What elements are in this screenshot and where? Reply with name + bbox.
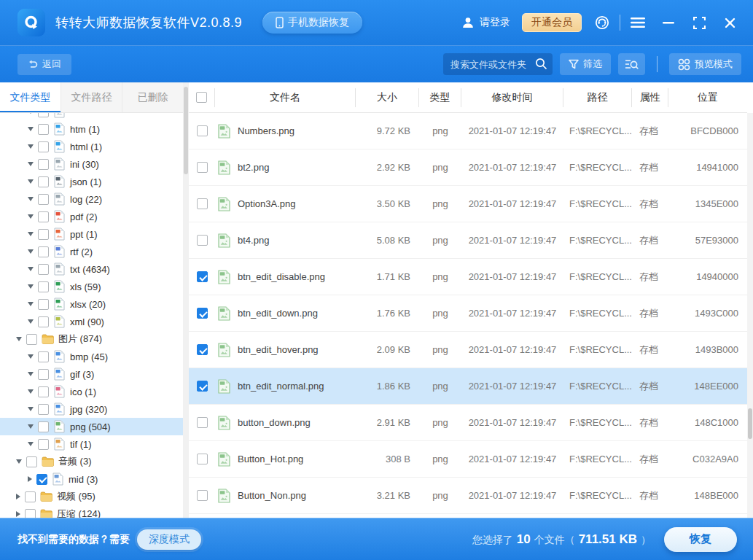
- table-row[interactable]: Numbers.png9.72 KBpng2021-01-07 12:19:47…: [189, 113, 747, 149]
- table-scrollbar-thumb[interactable]: [748, 408, 752, 439]
- tree-checkbox[interactable]: [38, 159, 49, 170]
- tree-item-音频[interactable]: 音频 (3): [0, 453, 183, 470]
- tree-item-jpg[interactable]: jpg (320): [0, 400, 183, 418]
- collapse-arrow-icon[interactable]: [28, 354, 34, 359]
- tree-item-png[interactable]: png (504): [0, 418, 183, 435]
- tree-checkbox[interactable]: [38, 421, 49, 432]
- table-row[interactable]: bt4.png5.08 KBpng2021-01-07 12:19:47F:\$…: [189, 222, 747, 259]
- tree-item-json[interactable]: json (1): [0, 173, 183, 190]
- select-all-checkbox[interactable]: [196, 92, 207, 103]
- collapse-arrow-icon[interactable]: [28, 284, 34, 289]
- tree-checkbox[interactable]: [38, 316, 49, 327]
- collapse-arrow-icon[interactable]: [28, 442, 34, 446]
- table-row[interactable]: Option3A.png3.50 KBpng2021-01-07 12:19:4…: [189, 186, 747, 222]
- tree-checkbox[interactable]: [25, 491, 36, 502]
- tree-item-bmp[interactable]: bmp (45): [0, 348, 183, 365]
- tree-checkbox[interactable]: [26, 334, 37, 345]
- collapse-arrow-icon[interactable]: [28, 389, 34, 394]
- tree-item-xlsx[interactable]: xlsx (20): [0, 295, 183, 313]
- tree-checkbox[interactable]: [38, 351, 49, 362]
- tree-item-htm[interactable]: htm (1): [0, 120, 183, 138]
- tree-item-pdf[interactable]: pdf (2): [0, 208, 183, 225]
- table-row[interactable]: btn_edit_down.png1.76 KBpng2021-01-07 12…: [189, 295, 747, 332]
- maximize-icon[interactable]: [689, 12, 709, 33]
- tree-checkbox[interactable]: [38, 369, 49, 380]
- row-checkbox[interactable]: [197, 125, 208, 136]
- advanced-search-button[interactable]: [618, 53, 645, 75]
- collapse-arrow-icon[interactable]: [28, 232, 34, 236]
- tree-checkbox[interactable]: [26, 456, 37, 467]
- collapse-arrow-icon[interactable]: [16, 459, 22, 464]
- tree-item-txt[interactable]: txt (4634): [0, 260, 183, 278]
- row-checkbox[interactable]: [197, 198, 208, 209]
- tree-item-rtf[interactable]: rtf (2): [0, 243, 183, 260]
- column-header-attr[interactable]: 属性: [632, 88, 668, 107]
- phone-recovery-button[interactable]: 手机数据恢复: [262, 12, 362, 34]
- tree-item-压缩[interactable]: 压缩 (124): [0, 505, 183, 518]
- sidebar-scrollbar-thumb[interactable]: [184, 87, 188, 174]
- row-checkbox[interactable]: [197, 381, 208, 392]
- tree-checkbox[interactable]: [38, 194, 49, 205]
- tree-item-partial[interactable]: [0, 113, 183, 120]
- tree-item-ppt[interactable]: ppt (1): [0, 225, 183, 243]
- expand-arrow-icon[interactable]: [16, 511, 20, 517]
- row-checkbox[interactable]: [197, 454, 208, 464]
- collapse-arrow-icon[interactable]: [28, 214, 34, 219]
- collapse-arrow-icon[interactable]: [28, 113, 34, 114]
- tab-deleted[interactable]: 已删除: [122, 82, 183, 112]
- search-icon[interactable]: [535, 58, 547, 73]
- preview-mode-button[interactable]: 预览模式: [669, 53, 741, 75]
- table-row[interactable]: btn_edit_disable.png1.71 KBpng2021-01-07…: [189, 259, 747, 295]
- tree-item-ico[interactable]: ico (1): [0, 383, 183, 400]
- tree-checkbox[interactable]: [38, 246, 49, 257]
- collapse-arrow-icon[interactable]: [28, 179, 34, 184]
- expand-arrow-icon[interactable]: [28, 476, 32, 482]
- collapse-arrow-icon[interactable]: [28, 249, 34, 254]
- tree-checkbox[interactable]: [25, 509, 36, 518]
- tree-checkbox[interactable]: [38, 281, 49, 292]
- tree-checkbox[interactable]: [36, 474, 47, 485]
- row-checkbox[interactable]: [197, 344, 208, 355]
- tree-item-xls[interactable]: xls (59): [0, 278, 183, 295]
- table-row[interactable]: btn_edit_hover.png2.09 KBpng2021-01-07 1…: [189, 332, 747, 368]
- collapse-arrow-icon[interactable]: [28, 127, 34, 131]
- collapse-arrow-icon[interactable]: [28, 424, 34, 429]
- close-icon[interactable]: [719, 12, 740, 33]
- table-row[interactable]: button_down.png2.91 KBpng2021-01-07 12:1…: [189, 405, 747, 441]
- collapse-arrow-icon[interactable]: [28, 302, 34, 306]
- tree-checkbox[interactable]: [38, 124, 49, 135]
- tab-file-path[interactable]: 文件路径: [61, 82, 122, 112]
- row-checkbox[interactable]: [197, 308, 208, 319]
- tree-item-图片[interactable]: 图片 (874): [0, 330, 183, 348]
- tree-item-log[interactable]: log (22): [0, 190, 183, 208]
- expand-arrow-icon[interactable]: [16, 494, 20, 499]
- tree-checkbox[interactable]: [38, 264, 49, 275]
- customer-service-icon[interactable]: [592, 12, 612, 33]
- table-row[interactable]: Button_Non.png3.21 KBpng2021-01-07 12:19…: [189, 478, 747, 514]
- collapse-arrow-icon[interactable]: [28, 319, 34, 324]
- tree-checkbox[interactable]: [38, 439, 49, 450]
- back-button[interactable]: 返回: [17, 54, 71, 75]
- table-row[interactable]: btn_edit_normal.png1.86 KBpng2021-01-07 …: [189, 368, 747, 405]
- minimize-icon[interactable]: [658, 12, 679, 33]
- row-checkbox[interactable]: [197, 490, 208, 501]
- column-header-size[interactable]: 大小: [356, 88, 419, 107]
- menu-icon[interactable]: [628, 12, 648, 33]
- row-checkbox[interactable]: [197, 162, 208, 173]
- collapse-arrow-icon[interactable]: [28, 197, 34, 201]
- tree-checkbox[interactable]: [38, 386, 49, 397]
- tree-item-html[interactable]: html (1): [0, 138, 183, 155]
- row-checkbox[interactable]: [197, 271, 208, 282]
- tree-item-ini[interactable]: ini (30): [0, 155, 183, 173]
- tree-checkbox[interactable]: [38, 176, 49, 187]
- column-header-pos[interactable]: 位置: [668, 88, 747, 107]
- deep-mode-button[interactable]: 深度模式: [137, 529, 201, 550]
- tree-item-gif[interactable]: gif (3): [0, 365, 183, 383]
- collapse-arrow-icon[interactable]: [16, 337, 22, 341]
- row-checkbox[interactable]: [197, 235, 208, 246]
- collapse-arrow-icon[interactable]: [28, 407, 34, 411]
- table-row[interactable]: bt2.png2.92 KBpng2021-01-07 12:19:47F:\$…: [189, 149, 747, 186]
- collapse-arrow-icon[interactable]: [28, 144, 34, 149]
- collapse-arrow-icon[interactable]: [28, 267, 34, 271]
- recover-button[interactable]: 恢复: [664, 527, 737, 552]
